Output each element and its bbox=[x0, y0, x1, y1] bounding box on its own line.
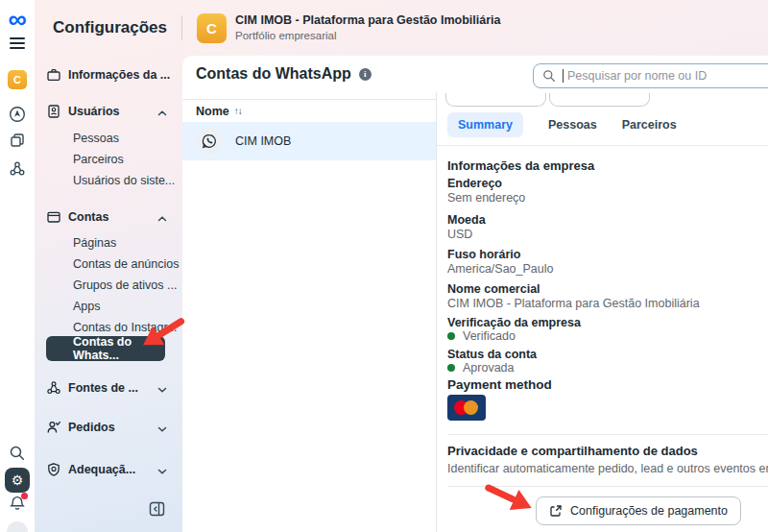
field-label: Moeda bbox=[447, 213, 486, 227]
field-label: Status da conta bbox=[447, 348, 537, 361]
field-value: America/Sao_Paulo bbox=[447, 262, 553, 276]
chevron-up-icon bbox=[157, 107, 167, 120]
account-status: Aprovada bbox=[447, 361, 515, 375]
status-dot-approved bbox=[447, 364, 455, 372]
sidebar-item-label: Contas bbox=[68, 210, 108, 224]
field-label: Verificação da empresa bbox=[447, 316, 581, 329]
detail-tabs: Summary Pessoas Parceiros bbox=[447, 111, 677, 137]
sidebar-item-label: Adequaçã... bbox=[68, 463, 135, 476]
tab-summary[interactable]: Summary bbox=[447, 112, 523, 137]
sort-arrows-icon: ↑↓ bbox=[234, 106, 242, 116]
chevron-down-icon bbox=[157, 465, 167, 478]
whatsapp-icon bbox=[196, 128, 223, 155]
field-value: USD bbox=[447, 228, 472, 241]
company-info-heading: Informações da empresa bbox=[447, 158, 594, 173]
sidebar-collapse-icon[interactable] bbox=[149, 501, 165, 520]
partial-button[interactable] bbox=[445, 93, 546, 107]
status-dot-verified bbox=[447, 332, 455, 340]
table-header[interactable]: Nome ↑↓ bbox=[182, 99, 436, 122]
panel-divider bbox=[436, 92, 437, 532]
sidebar-item-ad-accounts[interactable]: Contas de anúncios bbox=[73, 254, 188, 274]
sidebar-item-system-users[interactable]: Usuários do siste... bbox=[73, 171, 188, 190]
chevron-down-icon bbox=[157, 383, 167, 397]
field-label: Endereço bbox=[447, 177, 502, 190]
verification-status: Verificado bbox=[447, 329, 516, 343]
sidebar-item-data-sources[interactable]: Fontes de ... bbox=[46, 376, 182, 399]
sidebar-item-users[interactable]: Usuários bbox=[46, 100, 182, 123]
partial-button[interactable] bbox=[549, 93, 650, 107]
ads-manager-icon[interactable] bbox=[0, 106, 35, 123]
briefcase-icon bbox=[46, 67, 61, 83]
data-sources-icon bbox=[46, 380, 61, 396]
settings-gear-icon[interactable]: ⚙ bbox=[0, 467, 35, 494]
search-input[interactable]: Pesquisar por nome ou ID bbox=[533, 63, 768, 88]
sidebar-item-label: Fontes de ... bbox=[68, 381, 138, 395]
payment-method-heading: Payment method bbox=[447, 377, 552, 392]
tray-icon bbox=[46, 209, 61, 225]
sidebar-item-asset-groups[interactable]: Grupos de ativos ... bbox=[73, 276, 188, 295]
sidebar-item-label: Informações da ... bbox=[68, 68, 170, 82]
tab-people[interactable]: Pessoas bbox=[548, 118, 597, 132]
business-assets-icon[interactable] bbox=[0, 159, 35, 179]
info-icon[interactable]: i bbox=[359, 68, 372, 81]
business-avatar[interactable]: C bbox=[197, 13, 227, 43]
settings-sidebar: Informações da ... Usuários Pessoas Parc… bbox=[35, 56, 182, 532]
annotation-arrow-payment bbox=[479, 477, 537, 518]
business-subtitle: Portfólio empresarial bbox=[235, 29, 500, 42]
privacy-heading: Privacidade e compartilhamento de dados bbox=[447, 444, 698, 458]
column-header-name: Nome bbox=[196, 105, 229, 118]
sidebar-item-label: Pedidos bbox=[68, 421, 115, 434]
section-divider bbox=[447, 434, 768, 435]
external-link-icon bbox=[549, 504, 563, 518]
mastercard-icon[interactable] bbox=[447, 395, 486, 421]
list-panel-title: Contas do WhatsApp bbox=[196, 65, 351, 83]
page-title: Configurações bbox=[53, 18, 167, 37]
shield-icon bbox=[46, 462, 61, 477]
search-icon[interactable] bbox=[0, 444, 35, 463]
business-badge-icon[interactable]: C bbox=[0, 69, 35, 90]
left-icon-rail: ∞ C ⚙ bbox=[0, 0, 35, 532]
header-divider bbox=[181, 15, 182, 40]
sidebar-item-people[interactable]: Pessoas bbox=[73, 129, 188, 148]
chevron-down-icon bbox=[157, 423, 167, 436]
text-caret bbox=[563, 69, 564, 83]
notifications-bell-icon[interactable] bbox=[0, 496, 35, 515]
payment-settings-button[interactable]: Configurações de pagamento bbox=[536, 496, 741, 525]
search-icon bbox=[542, 69, 556, 83]
list-panel-title-row: Contas do WhatsApp i bbox=[196, 65, 372, 83]
business-name: CIM IMOB - Plataforma para Gestão Imobil… bbox=[235, 13, 500, 29]
tabs-divider bbox=[437, 145, 768, 146]
sidebar-item-pages[interactable]: Páginas bbox=[73, 233, 188, 253]
id-badge-icon bbox=[46, 104, 61, 119]
business-identity[interactable]: CIM IMOB - Plataforma para Gestão Imobil… bbox=[235, 13, 500, 42]
table-row-selected[interactable]: CIM IMOB bbox=[182, 122, 436, 160]
sidebar-item-accounts[interactable]: Contas bbox=[46, 206, 182, 229]
sidebar-item-requests[interactable]: Pedidos bbox=[46, 416, 182, 439]
menu-icon[interactable] bbox=[0, 35, 35, 52]
field-value: Sem endereço bbox=[447, 191, 525, 205]
chevron-up-icon bbox=[157, 212, 167, 226]
pages-icon[interactable] bbox=[0, 132, 35, 149]
row-account-name: CIM IMOB bbox=[235, 134, 291, 148]
business-settings-page: ∞ C ⚙ Configurações C CIM IMOB - Plata bbox=[0, 0, 768, 532]
annotation-arrow-sidebar bbox=[135, 310, 189, 351]
avatar[interactable] bbox=[0, 521, 35, 532]
field-label: Fuso horário bbox=[447, 248, 520, 261]
sidebar-item-business-info[interactable]: Informações da ... bbox=[46, 63, 182, 86]
top-header: Configurações C CIM IMOB - Plataforma pa… bbox=[35, 0, 768, 56]
search-placeholder: Pesquisar por nome ou ID bbox=[567, 69, 707, 83]
sidebar-item-label: Usuários bbox=[68, 105, 120, 118]
field-value: CIM IMOB - Plataforma para Gestão Imobil… bbox=[447, 297, 700, 310]
field-label: Nome comercial bbox=[447, 282, 540, 296]
tab-partners[interactable]: Parceiros bbox=[622, 118, 677, 132]
notification-dot bbox=[21, 493, 28, 499]
person-check-icon bbox=[46, 420, 61, 435]
sidebar-item-partners[interactable]: Parceiros bbox=[73, 150, 188, 169]
sidebar-item-compliance[interactable]: Adequaçã... bbox=[46, 458, 182, 481]
meta-logo-icon[interactable]: ∞ bbox=[0, 6, 35, 33]
